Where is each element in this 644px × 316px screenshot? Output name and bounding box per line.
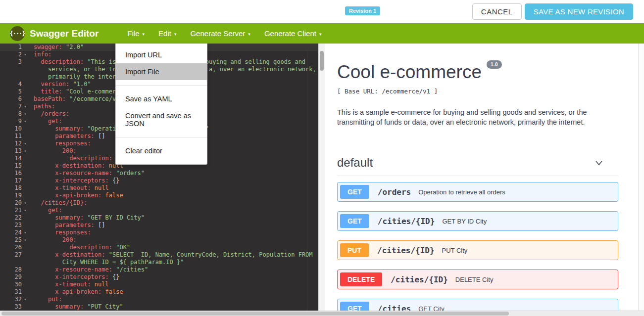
- fold-spacer: [22, 273, 29, 281]
- code-text: 200:: [34, 147, 77, 155]
- revision-badge: Revision 1: [345, 6, 380, 15]
- fold-spacer: [22, 281, 29, 288]
- preview-vertical-scrollbar[interactable]: [638, 44, 644, 311]
- fold-toggle-icon[interactable]: ▾: [22, 103, 29, 110]
- line-number: 5: [0, 88, 22, 95]
- code-text: put:: [34, 296, 62, 303]
- file-menu-item-import-url[interactable]: Import URL: [116, 46, 207, 63]
- menu-edit[interactable]: Edit▾: [151, 29, 183, 38]
- code-text: x-interceptors: {}: [34, 273, 119, 281]
- caret-down-icon: ▾: [319, 32, 322, 37]
- line-number: 15: [0, 162, 22, 170]
- file-menu-item-clear-editor[interactable]: Clear editor: [116, 142, 207, 159]
- fold-spacer: [22, 125, 29, 133]
- operation-row-get-cities[interactable]: GET/citiesGET City: [337, 299, 618, 311]
- code-text: get:: [34, 207, 62, 214]
- line-number: 31: [0, 288, 22, 296]
- tag-section-title: default: [337, 156, 373, 170]
- operation-row-delete-cities-id[interactable]: DELETE/cities/{ID}DELETE City: [337, 270, 618, 289]
- main-split: 1swagger: "2.0"2▾info:3 description: "Th…: [0, 44, 644, 311]
- line-number: 13: [0, 147, 22, 155]
- line-number: 28: [0, 266, 22, 273]
- brand-title: Swagger Editor: [30, 28, 99, 39]
- operation-row-get-orders[interactable]: GET/ordersOperation to retrieve all orde…: [337, 182, 618, 202]
- fold-toggle-icon[interactable]: ▾: [22, 296, 29, 303]
- fold-spacer: [22, 88, 29, 95]
- operation-row-put-cities-id[interactable]: PUT/cities/{ID}PUT City: [337, 240, 618, 260]
- code-text: basePath: "/ecommerce/v1": [34, 95, 123, 103]
- code-text: x-interceptors: {}: [34, 177, 119, 184]
- editor-vertical-scrollbar-thumb[interactable]: [320, 51, 324, 71]
- line-number: 17: [0, 177, 22, 184]
- code-line: City WHERE ID = ${ pathParam.ID }": [0, 259, 318, 266]
- code-text: City WHERE ID = ${ pathParam.ID }": [34, 259, 184, 266]
- code-line: 22 summary: "GET BY ID City": [0, 214, 318, 222]
- code-line: 17 x-interceptors: {}: [0, 177, 318, 184]
- file-menu-item-convert-and-save-as-json[interactable]: Convert and save as JSON: [116, 107, 207, 132]
- swagger-editor-navbar: {···} Swagger Editor File▾Edit▾Generate …: [0, 23, 644, 44]
- fold-toggle-icon[interactable]: ▾: [22, 199, 29, 207]
- operation-summary: PUT City: [442, 247, 468, 254]
- code-text: title: "Cool e-commerce": [34, 88, 127, 95]
- preview-content: Cool e-commerce1.0 [ Base URL: /ecommerc…: [325, 60, 644, 311]
- fold-toggle-icon[interactable]: ▾: [22, 118, 29, 125]
- line-number: 23: [0, 222, 22, 229]
- operation-path: /cities: [378, 304, 411, 311]
- menu-divider: [116, 137, 207, 137]
- menu-generate-server[interactable]: Generate Server▾: [183, 29, 257, 38]
- fold-toggle-icon[interactable]: ▾: [22, 147, 29, 155]
- code-text: x-timeout: null: [34, 184, 109, 192]
- operation-path: /orders: [378, 187, 411, 197]
- line-number: 29: [0, 273, 22, 281]
- code-line: 30 x-timeout: null: [0, 281, 318, 288]
- code-line: 21▾ get:: [0, 207, 318, 214]
- fold-toggle-icon[interactable]: ▾: [22, 140, 29, 147]
- line-number: 21: [0, 207, 22, 214]
- line-number: 27: [0, 251, 22, 259]
- fold-toggle-icon[interactable]: ▾: [22, 229, 29, 236]
- file-menu-item-import-file[interactable]: Import File: [116, 63, 207, 80]
- code-line: 27 x-destination: "SELECT ID, Name, Coun…: [0, 251, 318, 259]
- menu-generate-client[interactable]: Generate Client▾: [257, 29, 329, 38]
- line-number: 12: [0, 140, 22, 147]
- fold-toggle-icon[interactable]: ▾: [22, 207, 29, 214]
- operation-row-get-cities-id[interactable]: GET/cities/{ID}GET BY ID City: [337, 211, 618, 231]
- line-number: 18: [0, 184, 22, 192]
- code-text: x-resource-name: "orders": [34, 170, 145, 177]
- fold-toggle-icon[interactable]: ▾: [22, 51, 29, 58]
- method-badge: DELETE: [340, 272, 382, 286]
- method-badge: GET: [340, 214, 369, 228]
- fold-spacer: [22, 155, 29, 162]
- line-number: 9: [0, 118, 22, 125]
- api-title: Cool e-commerce1.0: [337, 60, 618, 83]
- api-title-text: Cool e-commerce: [337, 62, 482, 82]
- code-text: /cities/{ID}:: [34, 199, 87, 207]
- fold-spacer: [22, 266, 29, 273]
- code-text: 200:: [34, 236, 77, 244]
- operation-path: /cities/{ID}: [391, 275, 448, 284]
- page-horizontal-scrollbar-thumb[interactable]: [1, 312, 509, 316]
- cancel-button[interactable]: CANCEL: [472, 3, 522, 20]
- line-number: 4: [0, 81, 22, 88]
- tag-section-header-default[interactable]: default: [337, 156, 618, 176]
- code-line: 20▾ /cities/{ID}:: [0, 199, 318, 207]
- api-description: This is a sample e-commerce for buying a…: [337, 107, 618, 127]
- page-horizontal-scrollbar[interactable]: [0, 311, 644, 316]
- fold-toggle-icon[interactable]: ▾: [22, 236, 29, 244]
- caret-down-icon: ▾: [174, 32, 177, 37]
- code-line: 18 x-timeout: null: [0, 184, 318, 192]
- editor-vertical-scrollbar[interactable]: [318, 44, 325, 311]
- file-menu-item-save-as-yaml[interactable]: Save as YAML: [116, 90, 207, 107]
- line-number: 14: [0, 155, 22, 162]
- line-number: 24: [0, 229, 22, 236]
- line-number: 30: [0, 281, 22, 288]
- menu-file[interactable]: File▾: [120, 29, 151, 38]
- code-text: version: "1.0": [34, 81, 91, 88]
- code-line: 25▾ 200:: [0, 236, 318, 244]
- fold-toggle-icon[interactable]: ▾: [22, 110, 29, 118]
- code-line: 33 summary: "PUT City": [0, 303, 318, 311]
- line-number: 19: [0, 192, 22, 199]
- caret-down-icon: ▾: [143, 32, 145, 37]
- save-as-new-revision-button[interactable]: SAVE AS NEW REVISION: [525, 3, 633, 20]
- chevron-down-icon[interactable]: [594, 157, 604, 168]
